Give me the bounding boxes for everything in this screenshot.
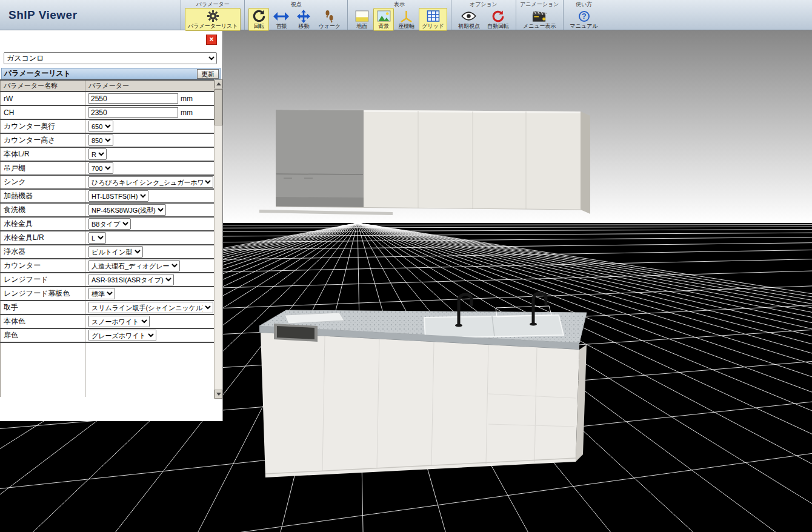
param-range-hood[interactable]: ASR-931SI(ASRタイプ) [88,274,174,285]
param-counter-height[interactable]: 850 [88,135,113,146]
initial-view-button[interactable]: 初期視点 [455,8,483,31]
param-row: 本体色 スノーホワイト [1,314,215,328]
scroll-down-button[interactable] [215,390,222,399]
parameter-list-header: パラメーターリスト 更新 [1,68,221,79]
scrollbar-thumb[interactable] [215,89,222,125]
background-button[interactable]: 背景 [373,8,394,31]
param-name-cell: シンク [1,175,85,189]
toolbar-group-label: 視点 [291,1,302,7]
toolbar-group: オプション 初期視点自動回転 [451,0,516,30]
param-faucet-lr[interactable]: L [88,232,106,244]
parameter-table: パラメーター名称 パラメーター rW mm CH mm カウンター奥行 650 … [0,79,215,397]
toolbar-button-label: 背景 [378,23,389,30]
eye-icon [461,9,476,23]
param-dishwasher[interactable]: NP-45KS8WJG(浅型) [88,204,166,216]
param-wall-cabinet[interactable]: 700 [88,162,113,174]
help-icon: ? [579,9,590,23]
rotate-button[interactable]: 回転 [248,8,269,31]
param-counter[interactable]: 人造大理石_ディオグレー [88,260,180,271]
manual-button[interactable]: ?マニュアル [567,8,601,31]
model-select[interactable]: ガスコンロ [4,52,217,64]
param-row: CH mm [1,105,215,119]
param-control-cell: ASR-931SI(ASRタイプ) [85,273,215,287]
toolbar-button-label: グリッド [422,23,444,30]
close-icon[interactable]: × [206,35,217,45]
toolbar-group-label: 表示 [394,1,405,7]
param-row: カウンター奥行 650 [1,119,215,133]
table-filler [1,342,215,397]
parameter-list-title: パラメーターリスト [4,68,71,79]
ground-button[interactable]: 地面 [351,8,372,31]
move-button[interactable]: 移動 [293,8,314,31]
param-table-body: rW mm CH mm カウンター奥行 650 カウンター高さ 850 本体L/… [1,91,215,342]
param-ch[interactable] [88,107,178,118]
param-control-cell: スノーホワイト [85,314,215,328]
toolbar-button-label: 回転 [253,23,264,30]
toolbar-group-label: パラメーター [196,1,230,7]
param-handle[interactable]: スリムライン取手(シャインニッケル) [88,302,213,313]
toolbar-groups: パラメーター パラメーターリスト 視点 回転首振移動ウォーク 表示 地面背景座標… [181,0,605,30]
param-control-cell: 700 [85,161,215,175]
swing-button[interactable]: 首振 [270,8,292,31]
param-heater[interactable]: HT-L8STFS(IH) [88,190,148,202]
param-control-cell: HT-L8STFS(IH) [85,189,215,203]
toolbar-button-label: 移動 [298,23,309,30]
toolbar-buttons: 地面背景座標軸グリッド [351,8,447,31]
param-name-cell: 吊戸棚 [1,161,85,175]
toolbar-button-label: ウォーク [318,23,341,30]
param-rw[interactable] [88,93,178,104]
toolbar-button-label: 地面 [356,23,367,30]
toolbar: ShIP Viewer パラメーター パラメーターリスト 視点 回転首振移動ウォ… [0,0,812,30]
toolbar-group: 表示 地面背景座標軸グリッド [347,0,451,30]
toolbar-button-label: 座標軸 [398,23,414,30]
param-row: 扉色 グレーズホワイト [1,328,215,342]
grid-button[interactable]: グリッド [419,8,447,31]
param-row: 浄水器 ビルトイン型 [1,245,215,259]
walk-button[interactable]: ウォーク [315,8,344,31]
toolbar-group: アニメーション メニュー表示 [516,0,563,30]
clapper-icon [532,9,547,23]
gear-icon [206,9,220,23]
param-door-color[interactable]: グレーズホワイト [88,330,156,341]
param-row: 吊戸棚 700 [1,161,215,175]
param-name-cell: 浄水器 [1,245,85,259]
param-row: レンジフード ASR-931SI(ASRタイプ) [1,273,215,287]
param-faucet[interactable]: B8タイプ [88,218,131,230]
param-body-lr[interactable]: R [88,148,107,160]
toolbar-buttons: ?マニュアル [567,8,601,31]
param-control-cell: mm [85,91,215,105]
param-counter-depth[interactable]: 650 [88,121,113,132]
param-row: シンク ひろびろキレイシンク_シュガーホワイト [1,175,215,189]
param-name-cell: 本体L/R [1,147,85,161]
toolbar-group-label: 使い方 [576,1,592,7]
axes-icon [399,9,413,23]
param-control-cell: グレーズホワイト [85,328,215,342]
param-body-color[interactable]: スノーホワイト [88,316,150,327]
param-name-cell: 食洗機 [1,203,85,217]
param-hood-panel-color[interactable]: 標準 [88,288,115,299]
param-water-purifier[interactable]: ビルトイン型 [88,246,143,258]
param-name-cell: カウンター高さ [1,133,85,147]
param-row: 水栓金具 B8タイプ [1,217,215,231]
parameter-list-button[interactable]: パラメーターリスト [185,8,241,31]
auto-rotate-button[interactable]: 自動回転 [484,8,512,31]
toolbar-buttons: パラメーターリスト [185,8,241,31]
scroll-up-button[interactable] [215,79,222,88]
column-header-name: パラメーター名称 [1,80,85,91]
param-name-cell: カウンター奥行 [1,119,85,133]
unit-label: mm [181,95,193,103]
scroll-up-icon [216,82,221,85]
param-sink[interactable]: ひろびろキレイシンク_シュガーホワイト [88,176,213,188]
update-button[interactable]: 更新 [197,69,219,79]
move-icon [297,9,310,23]
toolbar-group: 視点 回転首振移動ウォーク [244,0,347,30]
toolbar-button-label: 初期視点 [458,23,480,30]
param-name-cell: 扉色 [1,328,85,342]
param-control-cell: L [85,231,215,245]
panel-scrollbar[interactable] [214,79,222,399]
menu-display-button[interactable]: メニュー表示 [520,8,559,31]
axes-button[interactable]: 座標軸 [395,8,418,31]
toolbar-buttons: メニュー表示 [520,8,559,31]
param-name-cell: 加熱機器 [1,189,85,203]
param-name-cell: 本体色 [1,314,85,328]
